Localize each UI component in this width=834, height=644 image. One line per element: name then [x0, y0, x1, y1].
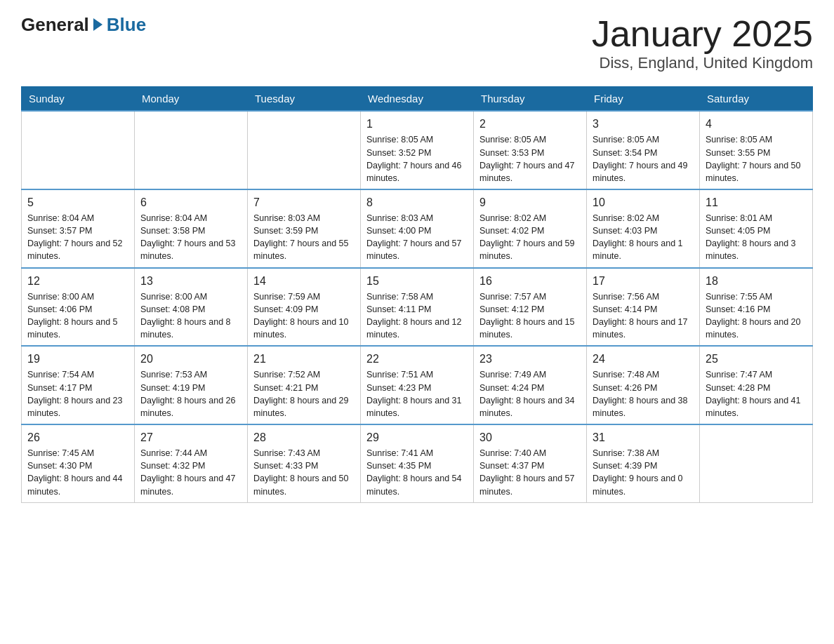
daylight-text: Daylight: 8 hours and 41 minutes. [706, 394, 807, 420]
sunrise-text: Sunrise: 8:04 AM [27, 212, 128, 224]
calendar-table: Sunday Monday Tuesday Wednesday Thursday… [21, 86, 813, 502]
calendar-cell: 25Sunrise: 7:47 AMSunset: 4:28 PMDayligh… [700, 346, 813, 424]
calendar-cell: 26Sunrise: 7:45 AMSunset: 4:30 PMDayligh… [22, 424, 135, 502]
calendar-cell [700, 424, 813, 502]
calendar-cell: 13Sunrise: 8:00 AMSunset: 4:08 PMDayligh… [135, 268, 248, 347]
sunrise-text: Sunrise: 8:03 AM [366, 212, 468, 224]
header-tuesday: Tuesday [248, 87, 361, 112]
calendar-cell: 5Sunrise: 8:04 AMSunset: 3:57 PMDaylight… [22, 189, 135, 268]
sunset-text: Sunset: 4:12 PM [479, 303, 581, 316]
day-number: 11 [706, 194, 807, 210]
day-number: 16 [479, 273, 581, 289]
calendar-cell: 21Sunrise: 7:52 AMSunset: 4:21 PMDayligh… [248, 346, 361, 424]
calendar-header-row: Sunday Monday Tuesday Wednesday Thursday… [22, 87, 813, 112]
calendar-cell [248, 111, 361, 189]
header-monday: Monday [135, 87, 248, 112]
calendar-week-row: 1Sunrise: 8:05 AMSunset: 3:52 PMDaylight… [22, 111, 813, 189]
daylight-text: Daylight: 8 hours and 47 minutes. [140, 472, 241, 497]
daylight-text: Daylight: 8 hours and 34 minutes. [479, 394, 581, 420]
sunset-text: Sunset: 4:03 PM [593, 224, 694, 237]
day-number: 4 [706, 116, 807, 132]
calendar-cell: 28Sunrise: 7:43 AMSunset: 4:33 PMDayligh… [248, 424, 361, 502]
sunrise-text: Sunrise: 7:59 AM [253, 290, 355, 303]
sunrise-text: Sunrise: 8:05 AM [479, 133, 581, 146]
sunset-text: Sunset: 4:00 PM [366, 224, 468, 237]
sunrise-text: Sunrise: 7:41 AM [366, 447, 468, 459]
sunset-text: Sunset: 4:33 PM [253, 459, 355, 472]
sunset-text: Sunset: 3:55 PM [706, 147, 807, 159]
sunrise-text: Sunrise: 8:04 AM [140, 212, 241, 224]
sunrise-text: Sunrise: 7:53 AM [140, 368, 241, 381]
daylight-text: Daylight: 7 hours and 50 minutes. [706, 159, 807, 185]
calendar-cell: 20Sunrise: 7:53 AMSunset: 4:19 PMDayligh… [135, 346, 248, 424]
day-number: 5 [27, 194, 128, 210]
daylight-text: Daylight: 7 hours and 49 minutes. [593, 159, 694, 185]
header-friday: Friday [587, 87, 700, 112]
calendar-cell: 19Sunrise: 7:54 AMSunset: 4:17 PMDayligh… [22, 346, 135, 424]
calendar-cell: 4Sunrise: 8:05 AMSunset: 3:55 PMDaylight… [700, 111, 813, 189]
day-number: 26 [27, 429, 128, 445]
sunset-text: Sunset: 4:23 PM [366, 382, 468, 394]
sunset-text: Sunset: 3:59 PM [253, 224, 355, 237]
calendar-cell: 27Sunrise: 7:44 AMSunset: 4:32 PMDayligh… [135, 424, 248, 502]
sunrise-text: Sunrise: 7:38 AM [593, 447, 694, 459]
sunset-text: Sunset: 4:16 PM [706, 303, 807, 316]
sunset-text: Sunset: 4:17 PM [27, 382, 128, 394]
daylight-text: Daylight: 7 hours and 46 minutes. [366, 159, 468, 185]
calendar-cell: 17Sunrise: 7:56 AMSunset: 4:14 PMDayligh… [587, 268, 700, 347]
title-section: January 2025 Diss, England, United Kingd… [592, 14, 813, 72]
daylight-text: Daylight: 8 hours and 26 minutes. [140, 394, 241, 420]
daylight-text: Daylight: 8 hours and 57 minutes. [479, 472, 581, 497]
sunset-text: Sunset: 4:39 PM [593, 459, 694, 472]
calendar-cell: 1Sunrise: 8:05 AMSunset: 3:52 PMDaylight… [361, 111, 474, 189]
day-number: 24 [593, 351, 694, 367]
daylight-text: Daylight: 8 hours and 17 minutes. [593, 316, 694, 341]
page-header: General Blue January 2025 Diss, England,… [21, 14, 813, 72]
calendar-week-row: 26Sunrise: 7:45 AMSunset: 4:30 PMDayligh… [22, 424, 813, 502]
calendar-cell: 10Sunrise: 8:02 AMSunset: 4:03 PMDayligh… [587, 189, 700, 268]
logo-general: General [21, 14, 89, 36]
calendar-cell: 3Sunrise: 8:05 AMSunset: 3:54 PMDaylight… [587, 111, 700, 189]
daylight-text: Daylight: 8 hours and 50 minutes. [253, 472, 355, 497]
daylight-text: Daylight: 8 hours and 3 minutes. [706, 237, 807, 262]
calendar-cell: 14Sunrise: 7:59 AMSunset: 4:09 PMDayligh… [248, 268, 361, 347]
day-number: 9 [479, 194, 581, 210]
sunset-text: Sunset: 4:19 PM [140, 382, 241, 394]
daylight-text: Daylight: 7 hours and 59 minutes. [479, 237, 581, 262]
sunrise-text: Sunrise: 8:05 AM [593, 133, 694, 146]
logo: General Blue [21, 14, 146, 36]
sunset-text: Sunset: 3:57 PM [27, 224, 128, 237]
header-wednesday: Wednesday [361, 87, 474, 112]
sunset-text: Sunset: 4:06 PM [27, 303, 128, 316]
daylight-text: Daylight: 8 hours and 23 minutes. [27, 394, 128, 420]
sunrise-text: Sunrise: 7:51 AM [366, 368, 468, 381]
sunset-text: Sunset: 3:53 PM [479, 147, 581, 159]
sunset-text: Sunset: 4:35 PM [366, 459, 468, 472]
day-number: 6 [140, 194, 241, 210]
sunrise-text: Sunrise: 7:49 AM [479, 368, 581, 381]
logo-blue: Blue [107, 14, 146, 36]
calendar-cell: 23Sunrise: 7:49 AMSunset: 4:24 PMDayligh… [474, 346, 587, 424]
calendar-cell: 31Sunrise: 7:38 AMSunset: 4:39 PMDayligh… [587, 424, 700, 502]
header-sunday: Sunday [22, 87, 135, 112]
day-number: 12 [27, 273, 128, 289]
day-number: 1 [366, 116, 468, 132]
sunset-text: Sunset: 4:11 PM [366, 303, 468, 316]
sunrise-text: Sunrise: 7:48 AM [593, 368, 694, 381]
sunrise-text: Sunrise: 7:58 AM [366, 290, 468, 303]
sunrise-text: Sunrise: 8:00 AM [140, 290, 241, 303]
sunset-text: Sunset: 4:14 PM [593, 303, 694, 316]
daylight-text: Daylight: 9 hours and 0 minutes. [593, 472, 694, 497]
calendar-cell: 22Sunrise: 7:51 AMSunset: 4:23 PMDayligh… [361, 346, 474, 424]
day-number: 31 [593, 429, 694, 445]
day-number: 8 [366, 194, 468, 210]
daylight-text: Daylight: 8 hours and 15 minutes. [479, 316, 581, 341]
day-number: 13 [140, 273, 241, 289]
sunrise-text: Sunrise: 7:56 AM [593, 290, 694, 303]
sunrise-text: Sunrise: 7:54 AM [27, 368, 128, 381]
sunrise-text: Sunrise: 7:57 AM [479, 290, 581, 303]
calendar-week-row: 12Sunrise: 8:00 AMSunset: 4:06 PMDayligh… [22, 268, 813, 347]
sunset-text: Sunset: 4:05 PM [706, 224, 807, 237]
calendar-cell: 30Sunrise: 7:40 AMSunset: 4:37 PMDayligh… [474, 424, 587, 502]
day-number: 7 [253, 194, 355, 210]
